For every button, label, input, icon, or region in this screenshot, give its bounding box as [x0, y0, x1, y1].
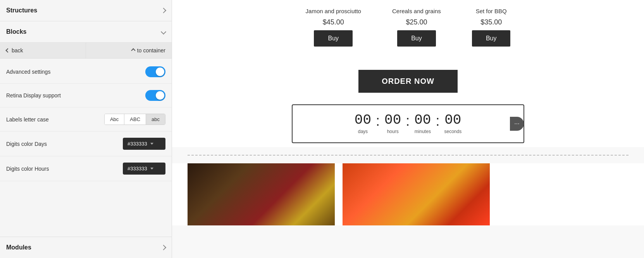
- digits-color-days-value: #333333: [127, 141, 147, 147]
- chevron-left-icon: [5, 48, 10, 52]
- blocks-label: Blocks: [6, 28, 26, 35]
- letter-case-lower-btn[interactable]: abc: [146, 114, 165, 125]
- letter-case-row: Labels letter case Abc ABC abc: [0, 107, 172, 132]
- countdown-seconds-label: seconds: [444, 129, 462, 134]
- sidebar: Structures Blocks back to container Adva…: [0, 0, 172, 258]
- countdown-box: 00 days : 00 hours : 00 minutes : 00 sec…: [292, 104, 524, 143]
- countdown-seconds: 00 seconds: [444, 113, 462, 134]
- toggle-track-2: [145, 90, 165, 101]
- back-label: back: [12, 47, 23, 54]
- color-arrow-hours-icon: [150, 168, 153, 170]
- advanced-settings-row: Advanced settings: [0, 60, 172, 84]
- product-card-1: Jamon and prosciutto $45.00 Buy: [306, 8, 361, 47]
- chevron-up-icon: [131, 48, 135, 52]
- colon-2: :: [401, 113, 414, 129]
- order-now-button[interactable]: ORDER NOW: [358, 70, 458, 93]
- product-name-2: Cereals and grains: [392, 8, 441, 14]
- countdown-hours: 00 hours: [384, 113, 401, 134]
- digits-color-days-label: Digits color Days: [6, 141, 47, 147]
- blocks-section: Blocks: [0, 21, 172, 43]
- more-dots: ···: [514, 120, 519, 127]
- product-price-3: $35.00: [480, 18, 502, 26]
- product-name-1: Jamon and prosciutto: [306, 8, 361, 14]
- countdown-seconds-value: 00: [444, 113, 461, 127]
- digits-color-hours-row: Digits color Hours #333333: [0, 156, 172, 181]
- countdown-days-value: 00: [355, 113, 371, 127]
- modules-chevron-right-icon: [161, 245, 166, 250]
- retina-display-label: Retina Display support: [6, 92, 61, 99]
- product-card-2: Cereals and grains $25.00 Buy: [392, 8, 441, 47]
- colon-3: :: [431, 113, 444, 129]
- toggle-thumb-2: [156, 91, 164, 100]
- chevron-right-icon: [161, 8, 166, 13]
- structures-row[interactable]: Structures: [0, 0, 172, 21]
- back-button[interactable]: back: [0, 43, 86, 58]
- food-image-1: [188, 163, 335, 225]
- order-now-section: ORDER NOW: [172, 58, 644, 100]
- retina-display-row: Retina Display support: [0, 84, 172, 107]
- countdown-hours-value: 00: [384, 113, 401, 127]
- countdown-days: 00 days: [355, 113, 371, 134]
- product-card-3: Set for BBQ $35.00 Buy: [472, 8, 511, 47]
- advanced-settings-toggle[interactable]: [145, 66, 165, 77]
- to-container-button[interactable]: to container: [86, 43, 172, 58]
- countdown-hours-label: hours: [387, 129, 399, 134]
- buy-button-2[interactable]: Buy: [397, 30, 436, 47]
- letter-case-upper-btn[interactable]: ABC: [124, 114, 146, 125]
- colon-1: :: [371, 113, 384, 129]
- buy-button-3[interactable]: Buy: [472, 30, 511, 47]
- digits-color-days-button[interactable]: #333333: [123, 138, 165, 150]
- retina-display-toggle[interactable]: [145, 90, 165, 101]
- buy-button-1[interactable]: Buy: [314, 30, 353, 47]
- countdown-minutes-value: 00: [414, 113, 431, 127]
- settings-content: Advanced settings Retina Display support…: [0, 59, 172, 237]
- toggle-thumb: [156, 68, 164, 76]
- product-price-2: $25.00: [406, 18, 427, 26]
- modules-section: Modules: [0, 237, 172, 258]
- letter-case-label: Labels letter case: [6, 116, 49, 123]
- color-arrow-icon: [150, 143, 153, 145]
- countdown-section: 00 days : 00 hours : 00 minutes : 00 sec…: [172, 100, 644, 147]
- digits-color-hours-button[interactable]: #333333: [123, 163, 165, 175]
- digits-color-days-row: Digits color Days #333333: [0, 132, 172, 156]
- countdown-more-button[interactable]: ···: [510, 117, 524, 131]
- dashed-divider: [188, 155, 629, 156]
- digits-color-hours-label: Digits color Hours: [6, 166, 49, 172]
- toggle-track: [145, 66, 165, 77]
- structures-section: Structures: [0, 0, 172, 21]
- countdown-days-label: days: [358, 129, 368, 134]
- advanced-settings-label: Advanced settings: [6, 69, 50, 75]
- blocks-row[interactable]: Blocks: [0, 21, 172, 42]
- countdown-minutes-label: minutes: [415, 129, 431, 134]
- food-image-2: [343, 163, 490, 225]
- letter-case-group: Abc ABC abc: [104, 114, 165, 125]
- product-price-1: $45.00: [323, 18, 344, 26]
- modules-label: Modules: [6, 244, 31, 251]
- to-container-label: to container: [137, 47, 165, 54]
- chevron-down-icon: [161, 29, 166, 35]
- food-images-row: [172, 163, 644, 225]
- countdown-minutes: 00 minutes: [414, 113, 431, 134]
- products-row: Jamon and prosciutto $45.00 Buy Cereals …: [172, 0, 644, 58]
- back-container-bar: back to container: [0, 43, 172, 59]
- main-content: Jamon and prosciutto $45.00 Buy Cereals …: [172, 0, 644, 258]
- modules-row[interactable]: Modules: [0, 237, 172, 258]
- digits-color-hours-value: #333333: [127, 166, 147, 171]
- letter-case-abc-btn[interactable]: Abc: [105, 114, 124, 125]
- structures-label: Structures: [6, 7, 37, 14]
- product-name-3: Set for BBQ: [476, 8, 507, 14]
